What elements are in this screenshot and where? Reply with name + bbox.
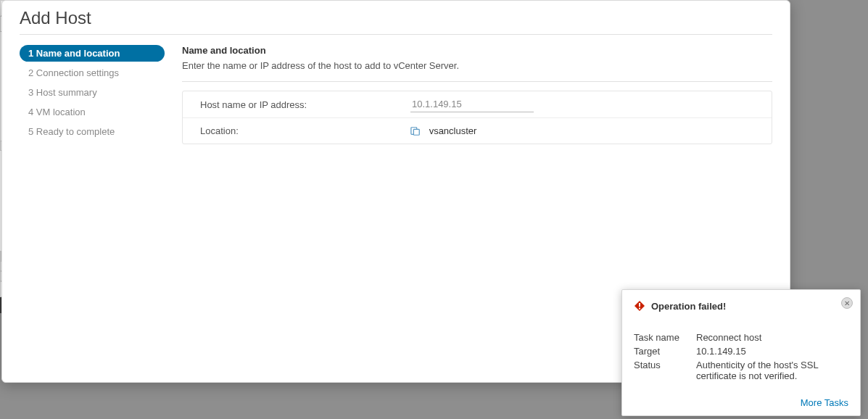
close-icon: ✕: [844, 299, 850, 307]
svg-rect-4: [639, 308, 640, 310]
panel-title: Name and location: [182, 45, 772, 56]
location-value: vsancluster: [429, 125, 477, 136]
wizard-steps: 1 Name and location 2 Connection setting…: [20, 45, 165, 363]
step-host-summary[interactable]: 3 Host summary: [20, 84, 165, 101]
cluster-icon: [410, 126, 421, 136]
step-vm-location[interactable]: 4 VM location: [20, 104, 165, 120]
hostname-input[interactable]: [410, 96, 534, 112]
status-value: Authenticity of the host's SSL certifica…: [696, 360, 848, 381]
hostname-label: Host name or IP address:: [200, 99, 410, 110]
task-name-value: Reconnect host: [696, 332, 848, 343]
step-name-location[interactable]: 1 Name and location: [20, 45, 165, 62]
form-box: Host name or IP address: Location: vsanc…: [182, 91, 772, 144]
status-label: Status: [634, 360, 692, 381]
task-name-label: Task name: [634, 332, 692, 343]
step-ready-complete[interactable]: 5 Ready to complete: [20, 123, 165, 140]
step-connection-settings[interactable]: 2 Connection settings: [20, 65, 165, 81]
toast-close-button[interactable]: ✕: [841, 297, 853, 309]
toast-header: Operation failed!: [634, 300, 848, 312]
svg-rect-3: [639, 303, 640, 307]
location-label: Location:: [200, 125, 410, 136]
toast-title: Operation failed!: [651, 301, 726, 312]
divider: [182, 81, 772, 82]
more-tasks-link[interactable]: More Tasks: [634, 397, 848, 408]
location-value-wrapper: vsancluster: [410, 125, 476, 137]
svg-rect-1: [413, 130, 419, 136]
toast-details: Task name Reconnect host Target 10.1.149…: [634, 332, 848, 381]
operation-failed-toast: ✕ Operation failed! Task name Reconnect …: [621, 289, 861, 416]
row-hostname: Host name or IP address:: [183, 91, 772, 117]
target-label: Target: [634, 346, 692, 357]
target-value: 10.1.149.15: [696, 346, 848, 357]
wizard-title: Add Host: [2, 1, 790, 34]
row-location: Location: vsancluster: [183, 117, 772, 144]
panel-description: Enter the name or IP address of the host…: [182, 60, 772, 71]
alert-icon: [634, 300, 645, 312]
